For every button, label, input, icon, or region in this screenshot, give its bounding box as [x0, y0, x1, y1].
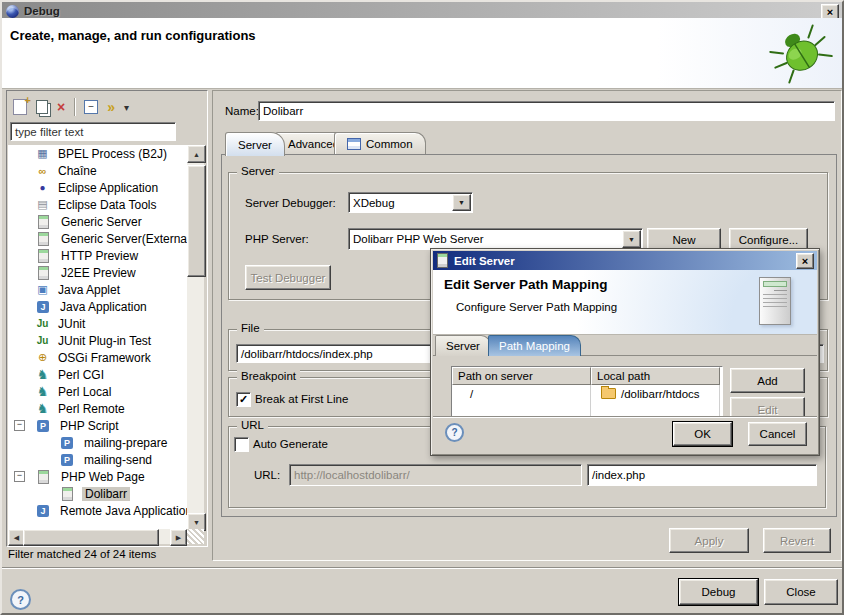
dialog-tab-path-mapping-label: Path Mapping	[499, 340, 570, 352]
java-icon: J	[37, 301, 49, 313]
tree-vscrollbar[interactable]: ▲ ▼	[187, 145, 204, 529]
tree-item-generic-server[interactable]: Generic Server	[8, 213, 187, 230]
tree-item-perl-cgi[interactable]: ♞Perl CGI	[8, 366, 187, 383]
tree-hscrollbar[interactable]: ◀ ▶	[8, 529, 187, 544]
mapping-table-empty-row	[452, 402, 722, 416]
scroll-up-icon[interactable]: ▲	[187, 145, 206, 163]
common-tab-icon	[347, 138, 361, 150]
hscroll-thumb[interactable]	[23, 529, 159, 546]
tree-item-junit[interactable]: JuJUnit	[8, 315, 187, 332]
vscroll-thumb[interactable]	[187, 165, 206, 277]
url-path-input[interactable]: /index.php	[587, 464, 817, 486]
window-title: Debug	[24, 5, 60, 17]
dialog-header-title: Edit Server Path Mapping	[444, 277, 608, 292]
tree-item-java-application[interactable]: JJava Application	[8, 298, 187, 315]
auto-generate-label: Auto Generate	[253, 438, 328, 450]
tree-item-label: Remote Java Application	[57, 504, 187, 518]
tree-item-label: Chaîne	[55, 164, 100, 178]
mapping-table-row[interactable]: //dolibarr/htdocs	[452, 385, 722, 402]
tree-item-remote-java-application[interactable]: JRemote Java Application	[8, 502, 187, 519]
eclipse-icon	[6, 5, 19, 18]
break-first-line-checkbox[interactable]: ✓	[236, 392, 251, 407]
filter-icon[interactable]: »	[107, 99, 115, 115]
eclipse-icon: ●	[35, 182, 50, 193]
java-remote-icon: J	[37, 505, 49, 517]
tree-item-label: JUnit	[55, 317, 88, 331]
url-input[interactable]: http://localhostdolibarr/	[289, 464, 582, 486]
configurations-sidebar: × − » ▾ type filter text ▦BPEL Process (…	[6, 90, 208, 547]
server-debugger-select[interactable]: XDebug ▼	[348, 192, 473, 213]
tab-server-label: Server	[238, 139, 272, 151]
sidebar-toolbar: × − » ▾	[13, 97, 129, 117]
toolbar-menu-caret-icon[interactable]: ▾	[124, 102, 129, 113]
collapse-node-icon[interactable]: −	[14, 420, 25, 431]
duplicate-configuration-icon[interactable]	[36, 100, 48, 114]
auto-generate-checkbox[interactable]	[234, 437, 249, 452]
collapse-node-icon[interactable]: −	[14, 471, 25, 482]
dialog-help-icon[interactable]: ?	[445, 423, 464, 442]
tree-item-bpel-process-b2j-[interactable]: ▦BPEL Process (B2J)	[8, 145, 187, 162]
tree-item-http-preview[interactable]: HTTP Preview	[8, 247, 187, 264]
tree-item-dolibarr[interactable]: Dolibarr	[8, 485, 187, 502]
tree-item-cha-ne[interactable]: ∞Chaîne	[8, 162, 187, 179]
cancel-button[interactable]: Cancel	[748, 422, 807, 446]
perl-icon: ♞	[35, 401, 50, 416]
scrollbar-corner	[187, 529, 204, 544]
tree-item-generic-server-external-la[interactable]: Generic Server(External La	[8, 230, 187, 247]
tab-common-label: Common	[366, 138, 413, 150]
tree-item-perl-remote[interactable]: ♞Perl Remote	[8, 400, 187, 417]
dialog-header: Edit Server Path Mapping Configure Serve…	[433, 270, 817, 335]
filter-input[interactable]: type filter text	[10, 122, 176, 141]
edit-server-dialog: Edit Server × Edit Server Path Mapping C…	[430, 248, 820, 456]
close-button[interactable]: Close	[764, 579, 838, 605]
column-header-local-path[interactable]: Local path	[591, 367, 720, 385]
tree-item-mailing-send[interactable]: Pmailing-send	[8, 451, 187, 468]
tree-item-label: Dolibarr	[82, 487, 130, 501]
break-first-line-label: Break at First Line	[255, 393, 348, 405]
test-debugger-button[interactable]: Test Debugger	[245, 265, 331, 290]
tree-item-java-applet[interactable]: ▣Java Applet	[8, 281, 187, 298]
tree-item-label: Eclipse Data Tools	[55, 198, 160, 212]
ok-button[interactable]: OK	[673, 422, 732, 446]
tree-item-php-web-page[interactable]: −PHP Web Page	[8, 468, 187, 485]
dialog-tab-server[interactable]: Server	[435, 335, 491, 356]
revert-button[interactable]: Revert	[763, 528, 831, 553]
tree-item-j2ee-preview[interactable]: J2EE Preview	[8, 264, 187, 281]
php-file-icon: P	[61, 454, 73, 466]
tree-item-eclipse-data-tools[interactable]: ▤Eclipse Data Tools	[8, 196, 187, 213]
local-path-text: /dolibarr/htdocs	[621, 388, 700, 400]
new-configuration-icon[interactable]	[13, 99, 27, 115]
php-server-select[interactable]: Dolibarr PHP Web Server ▼	[348, 228, 643, 250]
chevron-down-icon[interactable]: ▼	[452, 194, 471, 211]
name-input[interactable]: Dolibarr	[258, 101, 835, 121]
apply-button[interactable]: Apply	[669, 528, 749, 553]
dialog-header-subtitle: Configure Server Path Mapping	[456, 301, 617, 313]
bug-icon	[768, 24, 834, 84]
tree-item-label: HTTP Preview	[58, 249, 141, 263]
collapse-all-icon[interactable]: −	[84, 100, 98, 114]
server-icon	[38, 470, 49, 484]
dialog-titlebar[interactable]: Edit Server ×	[433, 251, 817, 270]
junit-plugin-icon: Ju	[35, 335, 50, 346]
dialog-tab-path-mapping[interactable]: Path Mapping	[488, 335, 581, 356]
dialog-close-icon[interactable]: ×	[796, 253, 814, 269]
edit-mapping-button[interactable]: Edit	[730, 397, 805, 416]
tree-item-mailing-prepare[interactable]: Pmailing-prepare	[8, 434, 187, 451]
tab-common[interactable]: Common	[334, 132, 426, 155]
tree-item-label: mailing-prepare	[81, 436, 170, 450]
scroll-right-icon[interactable]: ▶	[170, 529, 187, 546]
tree-item-junit-plug-in-test[interactable]: JuJUnit Plug-in Test	[8, 332, 187, 349]
tree-item-label: PHP Web Page	[58, 470, 148, 484]
tree-item-perl-local[interactable]: ♞Perl Local	[8, 383, 187, 400]
add-mapping-button[interactable]: Add	[730, 368, 805, 393]
url-label: URL:	[254, 469, 280, 481]
delete-configuration-icon[interactable]: ×	[57, 99, 65, 115]
debug-button[interactable]: Debug	[679, 579, 758, 605]
column-header-path-on-server[interactable]: Path on server	[452, 367, 591, 385]
chevron-down-icon[interactable]: ▼	[622, 230, 641, 248]
tree-item-osgi-framework[interactable]: ⊕OSGi Framework	[8, 349, 187, 366]
tab-server[interactable]: Server	[225, 132, 285, 156]
tree-item-php-script[interactable]: −PPHP Script	[8, 417, 187, 434]
help-icon[interactable]: ?	[10, 589, 31, 610]
tree-item-eclipse-application[interactable]: ●Eclipse Application	[8, 179, 187, 196]
